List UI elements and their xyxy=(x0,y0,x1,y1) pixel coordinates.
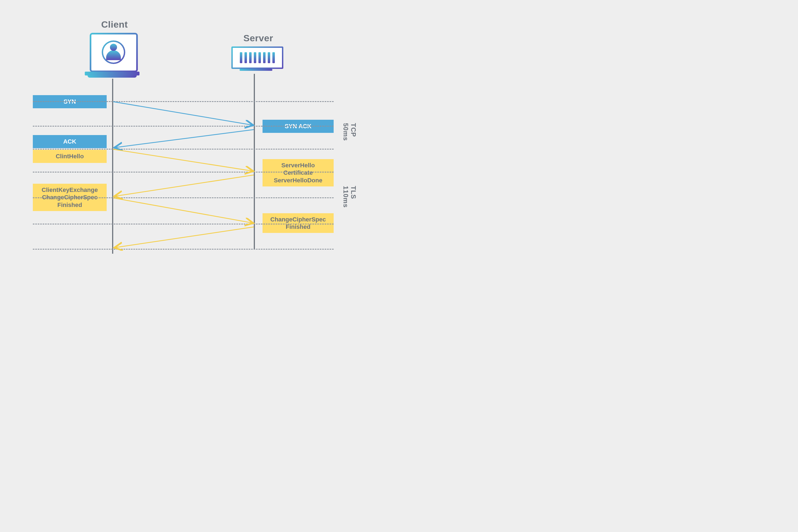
server-title: Server xyxy=(243,33,273,43)
guide-line xyxy=(33,197,334,198)
arrow-syn xyxy=(113,102,253,125)
label-tcp-phase: TCP50ms xyxy=(342,123,357,141)
msg-server-finished: ChangeCipherSpecFinished xyxy=(262,213,334,233)
label-tls-phase: TLS110ms xyxy=(342,186,357,208)
guide-line xyxy=(33,172,334,172)
server-lifeline xyxy=(254,74,255,249)
client-lifeline xyxy=(112,79,113,254)
guide-line xyxy=(33,249,334,250)
sequence-diagram: Client Server SYN ACK ClintHello ClientK… xyxy=(0,0,399,266)
guide-line xyxy=(33,224,334,225)
arrow-client-kex xyxy=(113,198,253,223)
arrow-synack xyxy=(114,130,254,148)
arrow-serverhello xyxy=(114,175,254,196)
client-title: Client xyxy=(101,19,128,30)
msg-ack: ACK xyxy=(33,135,107,148)
arrow-server-finished xyxy=(114,227,254,248)
guide-line xyxy=(33,126,334,127)
guide-line xyxy=(33,149,334,150)
guide-line xyxy=(33,101,334,102)
arrow-clienthello xyxy=(113,149,253,171)
msg-clienthello: ClintHello xyxy=(33,150,107,163)
server-icon xyxy=(231,46,281,79)
laptop-icon xyxy=(85,33,140,85)
msg-serverhello: ServerHelloCertificateServerHelloDone xyxy=(262,159,334,187)
arrows-layer xyxy=(0,0,399,266)
